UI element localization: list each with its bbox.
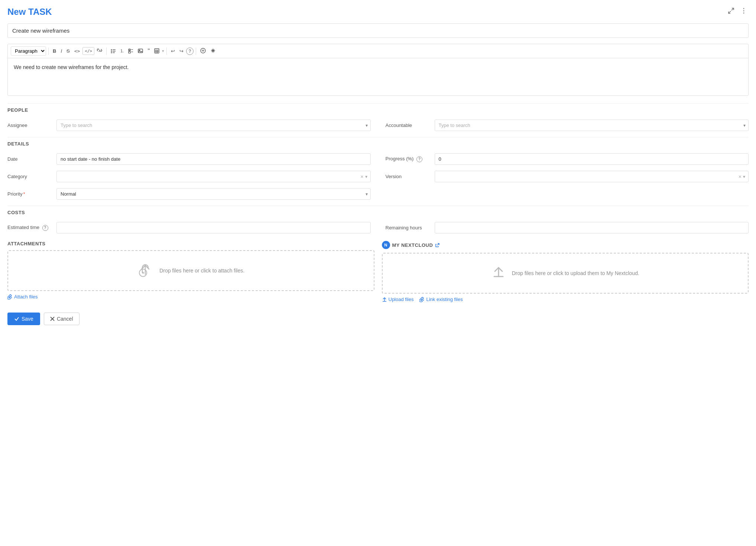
accountable-field: Accountable ▾ — [386, 120, 749, 131]
attach-actions: Attach files — [7, 294, 374, 300]
people-form-grid: Assignee ▾ Accountable ▾ — [7, 120, 749, 131]
help-button[interactable]: ? — [186, 48, 194, 55]
version-input[interactable] — [439, 171, 738, 182]
estimated-time-input[interactable] — [56, 222, 371, 233]
category-field: Category × ▾ — [7, 171, 371, 182]
nextcloud-title: N MY NEXTCLOUD — [382, 241, 749, 249]
assignee-label: Assignee — [7, 122, 52, 128]
accountable-select[interactable]: ▾ — [435, 120, 749, 131]
link-button[interactable] — [95, 47, 104, 56]
task-title-input[interactable] — [7, 23, 749, 38]
header-actions — [726, 6, 749, 17]
page-title: New TASK — [7, 7, 52, 17]
assignee-select[interactable]: ▾ — [56, 120, 371, 131]
accountable-input[interactable] — [435, 120, 749, 131]
blockquote-button[interactable]: " — [146, 47, 152, 56]
category-select[interactable]: × ▾ — [56, 171, 371, 182]
form-actions: Save Cancel — [7, 308, 749, 325]
costs-grid: Estimated time ? Remaining hours — [7, 222, 749, 233]
editor-content[interactable]: We need to create new wireframes for the… — [8, 58, 748, 95]
strikethrough-button[interactable]: S — [65, 47, 72, 55]
people-section-title: PEOPLE — [7, 103, 749, 115]
svg-point-3 — [743, 10, 744, 12]
progress-info-icon[interactable]: ? — [416, 156, 422, 162]
table-arrow[interactable]: ▾ — [162, 49, 164, 53]
attach-files-link[interactable]: Attach files — [7, 294, 38, 300]
remaining-hours-label: Remaining hours — [386, 225, 430, 231]
priority-select[interactable]: Low Normal High Urgent — [56, 188, 371, 200]
undo-button[interactable]: ↩ — [169, 47, 177, 55]
expand-button[interactable] — [726, 6, 736, 17]
italic-button[interactable]: I — [59, 47, 64, 55]
toolbar-sep-4 — [196, 48, 196, 55]
svg-rect-17 — [155, 49, 159, 53]
ordered-list-button[interactable]: 1. — [119, 48, 126, 55]
svg-point-5 — [111, 49, 112, 50]
assignee-field: Assignee ▾ — [7, 120, 371, 131]
progress-input[interactable] — [435, 153, 749, 165]
upload-files-link[interactable]: Upload files — [382, 297, 414, 302]
bullet-list-button[interactable] — [109, 47, 118, 56]
category-arrow-icon[interactable]: ▾ — [364, 174, 368, 179]
assignee-input[interactable] — [56, 120, 371, 131]
svg-rect-10 — [113, 52, 115, 53]
link-existing-files-link[interactable]: Link existing files — [419, 297, 463, 302]
task-list-button[interactable] — [126, 47, 135, 56]
costs-section-title: COSTS — [7, 206, 749, 218]
code-block-button[interactable]: </> — [82, 47, 94, 55]
toolbar-sep-3 — [166, 48, 167, 55]
toolbar-sep-2 — [106, 48, 107, 55]
ai-button[interactable] — [208, 46, 218, 56]
version-clear-btn[interactable]: × — [738, 174, 742, 180]
cancel-button[interactable]: Cancel — [44, 313, 80, 325]
details-section-title: DETAILS — [7, 137, 749, 149]
svg-point-7 — [111, 50, 112, 52]
category-label: Category — [7, 174, 52, 179]
date-input[interactable] — [56, 153, 371, 165]
upload-icon — [491, 265, 506, 282]
version-select[interactable]: × ▾ — [435, 171, 749, 182]
redo-button[interactable]: ↪ — [178, 47, 185, 55]
progress-field: Progress (%) ? — [386, 153, 749, 165]
table-button[interactable] — [152, 47, 161, 56]
save-check-icon — [14, 316, 19, 321]
priority-wrapper[interactable]: Low Normal High Urgent ▾ — [56, 188, 371, 200]
priority-label: Priority* — [7, 191, 52, 197]
category-input[interactable] — [61, 171, 360, 182]
remaining-hours-input[interactable] — [435, 222, 749, 233]
cancel-x-icon — [50, 317, 55, 321]
estimated-time-label: Estimated time ? — [7, 225, 52, 231]
estimated-time-field: Estimated time ? — [7, 222, 371, 233]
details-form-grid: Date Progress (%) ? Category × ▾ Version — [7, 153, 749, 200]
svg-rect-6 — [113, 49, 116, 50]
version-label: Version — [386, 174, 430, 179]
attachments-grid: ATTACHMENTS Drop files here or click to … — [7, 241, 749, 302]
nextcloud-actions: Upload files Link existing files — [382, 297, 749, 302]
nextcloud-section: N MY NEXTCLOUD Drop files here or click … — [382, 241, 749, 302]
nextcloud-drop-zone[interactable]: Drop files here or click to upload them … — [382, 253, 749, 294]
attachments-drop-zone[interactable]: Drop files here or click to attach files… — [7, 250, 374, 291]
image-button[interactable] — [136, 47, 145, 56]
svg-point-4 — [743, 13, 744, 14]
editor-wrapper: Paragraph Heading 1 Heading 2 Heading 3 … — [7, 44, 749, 96]
nextcloud-drop-text: Drop files here or click to upload them … — [512, 270, 639, 276]
version-arrow-icon[interactable]: ▾ — [742, 174, 746, 179]
nextcloud-icon: N — [382, 241, 390, 249]
clear-format-button[interactable] — [198, 46, 208, 56]
nextcloud-external-link-icon[interactable] — [435, 243, 440, 248]
more-button[interactable] — [739, 6, 749, 17]
date-label: Date — [7, 156, 52, 162]
estimated-info-icon[interactable]: ? — [42, 225, 48, 231]
attach-icon — [137, 261, 153, 280]
editor-toolbar: Paragraph Heading 1 Heading 2 Heading 3 … — [8, 44, 748, 58]
category-clear-btn[interactable]: × — [360, 174, 364, 180]
paragraph-select[interactable]: Paragraph Heading 1 Heading 2 Heading 3 — [11, 46, 46, 56]
version-field: Version × ▾ — [386, 171, 749, 182]
svg-rect-12 — [131, 49, 133, 50]
bold-button[interactable]: B — [51, 47, 58, 55]
date-field: Date — [7, 153, 371, 165]
page-header: New TASK — [7, 6, 749, 17]
svg-point-2 — [743, 8, 744, 9]
code-button[interactable]: <> — [72, 47, 82, 55]
save-button[interactable]: Save — [7, 313, 40, 325]
